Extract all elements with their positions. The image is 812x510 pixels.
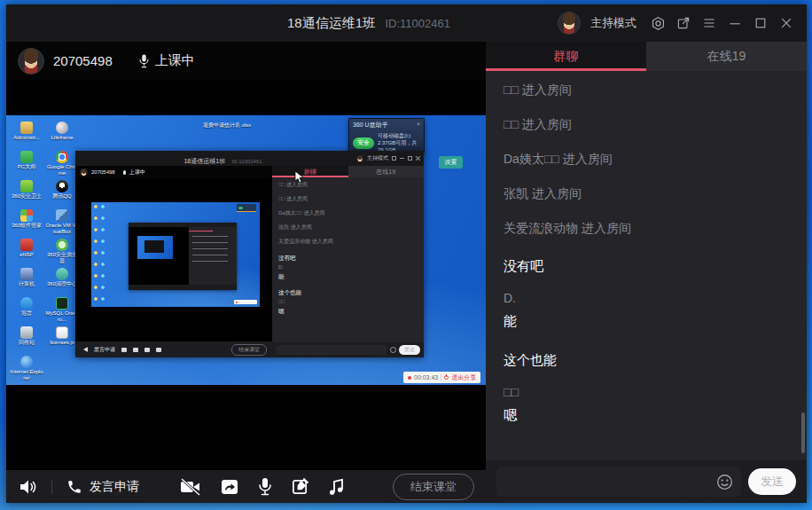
nested-chat-message: 嗯 (278, 308, 418, 314)
desktop-icon-glyph (56, 297, 68, 310)
speaker-button[interactable] (18, 477, 37, 497)
chat-message: □□ (504, 385, 789, 400)
nested-speak-request-label: 发言申请 (94, 346, 115, 354)
desktop-icon-label: Administr... (10, 135, 43, 141)
usb-helper-popup: 360 U盘助手 × 安全 可移动磁盘(I:) 2.37GB可用，共29.1GB (348, 118, 425, 154)
maximize-button[interactable] (753, 15, 769, 31)
nested-maximize-icon (408, 156, 412, 161)
microphone-icon (258, 477, 272, 496)
exit-share-label: 退出分享 (451, 373, 476, 382)
desktop-icon-glyph (20, 151, 33, 163)
popup-close-icon: × (417, 121, 420, 129)
shared-desktop: Administr... PC大师 360安全卫士 (6, 115, 486, 385)
nested-microphone-icon (123, 170, 126, 175)
host-avatar[interactable] (558, 12, 581, 35)
mic-button[interactable] (258, 477, 272, 496)
desktop-icon: Google Chrome (45, 150, 79, 179)
nested-stage-pane: 20705498 上课中 (75, 166, 272, 357)
desktop-icon-glyph (56, 122, 68, 134)
nested-whiteboard-icon (156, 348, 161, 352)
desktop-icon-label: 360清理中心 (45, 281, 79, 287)
stage-pane: 20705498 上课中 (6, 42, 486, 503)
minimize-button[interactable] (727, 15, 743, 31)
desktop-icon: 迅雷 (10, 296, 43, 326)
host-info-bar: 20705498 上课中 (6, 42, 486, 80)
settings-button[interactable] (650, 15, 666, 31)
tab-online-list[interactable]: 在线19 (646, 42, 807, 71)
level3-classroom-window (129, 223, 237, 290)
desktop-icon-label: MySQL OnePro... (45, 310, 79, 323)
settings-badge: 设置 (439, 156, 463, 169)
desktop-icon-glyph (20, 122, 33, 134)
chat-scrollbar-thumb[interactable] (801, 412, 805, 453)
desktop-icon-glyph (20, 356, 33, 368)
host-username: 20705498 (53, 53, 113, 68)
desktop-icon: PC大师 (10, 150, 43, 179)
desktop-icon-glyph (20, 268, 33, 280)
excel-file-label: 退费申请统计表.xlsx (203, 122, 251, 129)
menu-button[interactable] (701, 15, 717, 31)
desktop-icon-label: 360安全卫士 (10, 193, 43, 200)
nested-room-id: ID:11002461 (232, 159, 262, 164)
camera-button[interactable] (180, 478, 201, 496)
desktop-icon: Administr... (10, 121, 43, 150)
excel-file-icon: 退费申请统计表.xlsx (203, 122, 251, 129)
recording-time: 00:03:43 (414, 374, 438, 381)
chat-message: 这个也能 (504, 351, 789, 369)
chat-message: □□ 进入房间 (504, 82, 789, 98)
level2-recording-chip (234, 300, 257, 304)
desktop-icon: Lifeframe (45, 121, 79, 150)
nested-mode-label: 主持模式 (367, 154, 388, 162)
speak-request-button[interactable]: 发言申请 (66, 479, 139, 495)
screen-share-video: Administr... PC大师 360安全卫士 (6, 80, 486, 470)
desktop-icon: 360清理中心 (45, 267, 79, 296)
desktop-icon-label: Lifeframe (45, 135, 79, 141)
desktop-icon-glyph (56, 180, 68, 192)
nested-tab-online: 在线19 (348, 166, 425, 177)
desktop-icon: 计算机 (10, 267, 43, 296)
chat-message: 关爱流浪动物 进入房间 (504, 221, 789, 236)
nested-screen-share-video (75, 178, 272, 341)
send-button[interactable]: 发送 (748, 468, 796, 495)
popup-title: 360 U盘助手 (353, 121, 388, 129)
desktop-icon-label: 迅雷 (10, 310, 43, 317)
host-desktop-background: 18通信运维1班 ID:11002461 主持模式 (0, 0, 812, 510)
nested-chat-message: □□ 进入房间 (278, 196, 418, 202)
screen-share-button[interactable] (221, 478, 238, 496)
desktop-icon: licenses.js (45, 326, 79, 355)
divider (441, 374, 441, 381)
desktop-icon-glyph (56, 209, 68, 222)
tab-group-chat[interactable]: 群聊 (486, 42, 646, 71)
nested-classroom-window: 18通信运维1班 ID:11002461 主持模式 (75, 151, 424, 357)
popup-disk-line: 可移动磁盘(I:) (378, 133, 410, 138)
desktop-icon-label: Internet Explorer (10, 369, 43, 381)
level3-main (129, 227, 237, 285)
share-arrow-square-icon (221, 478, 238, 496)
nested-share-icon (133, 348, 138, 352)
emoji-button[interactable] (716, 474, 733, 490)
desktop-icon: Oracle VM VirtualBox (45, 208, 79, 238)
desktop-icon-label: 回收站 (10, 340, 43, 346)
desktop-icon-label: 360软件管家 (10, 223, 43, 229)
nested-chat-input (276, 345, 387, 355)
desktop-icon-glyph (20, 180, 33, 192)
music-note-icon (328, 478, 344, 496)
hamburger-icon (702, 16, 716, 30)
music-button[interactable] (328, 478, 344, 496)
chat-message: 张凯 进入房间 (504, 186, 789, 201)
chat-input[interactable] (504, 475, 716, 489)
chat-panel: 群聊 在线19 □□ 进入房间 □□ 进入房间 Da姨太□□ 进入房间 张凯 进… (486, 42, 807, 503)
desktop-icon: 360安全浏览器 (45, 238, 79, 267)
level2-usb-popup (237, 204, 256, 212)
popout-button[interactable] (675, 15, 691, 31)
desktop-icon-label: Oracle VM VirtualBox (45, 223, 79, 235)
popup-titlebar: 360 U盘助手 × (349, 119, 424, 130)
main-area: 20705498 上课中 (6, 42, 807, 503)
end-class-button[interactable]: 结束课堂 (393, 474, 474, 500)
nested-chat-message: 能 (278, 273, 418, 279)
desktop-icon-label: 计算机 (10, 281, 43, 287)
desktop-icon-label: 腾讯QQ (45, 193, 79, 200)
whiteboard-button[interactable] (292, 478, 308, 495)
chat-input-field[interactable] (496, 467, 741, 497)
close-button[interactable] (778, 15, 794, 31)
